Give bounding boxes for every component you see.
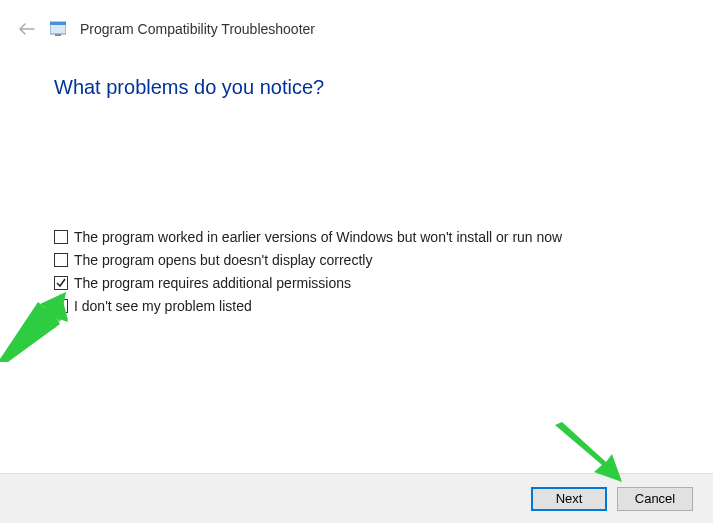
next-button[interactable]: Next [531,487,607,511]
svg-rect-2 [55,34,61,36]
option-not-listed[interactable]: I don't see my problem listed [54,298,713,314]
option-label: I don't see my problem listed [74,298,252,314]
options-list: The program worked in earlier versions o… [0,99,713,314]
option-display-incorrect[interactable]: The program opens but doesn't display co… [54,252,713,268]
svg-rect-1 [50,22,66,25]
checkbox-icon[interactable] [54,299,68,313]
back-arrow-icon[interactable] [18,20,36,38]
question-heading: What problems do you notice? [0,38,713,99]
dialog-title: Program Compatibility Troubleshooter [80,21,315,37]
checkbox-icon[interactable] [54,230,68,244]
dialog-footer: Next Cancel [0,473,713,523]
option-earlier-versions[interactable]: The program worked in earlier versions o… [54,229,713,245]
option-label: The program worked in earlier versions o… [74,229,562,245]
checkbox-icon[interactable] [54,276,68,290]
cancel-button[interactable]: Cancel [617,487,693,511]
checkbox-icon[interactable] [54,253,68,267]
dialog-header: Program Compatibility Troubleshooter [0,0,713,38]
troubleshooter-icon [50,21,66,37]
option-label: The program requires additional permissi… [74,275,351,291]
option-permissions[interactable]: The program requires additional permissi… [54,275,713,291]
option-label: The program opens but doesn't display co… [74,252,372,268]
